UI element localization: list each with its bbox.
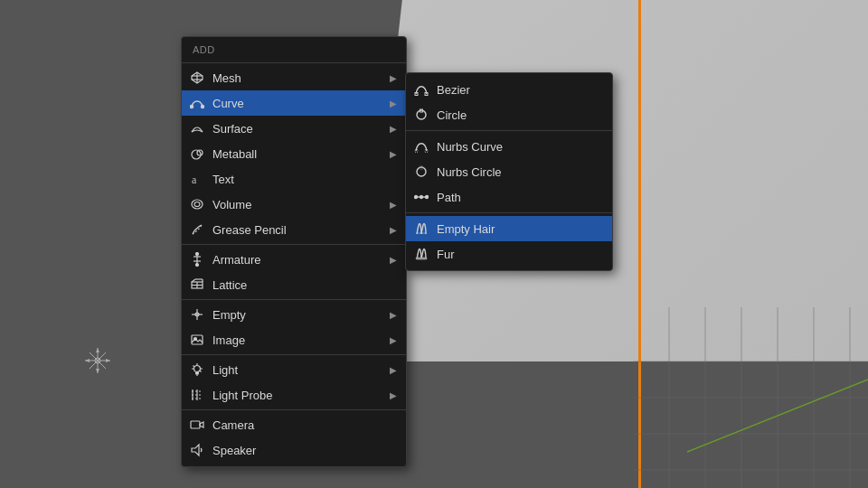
- lattice-icon: [189, 277, 205, 293]
- submenu-item-nurbs-circle-label: Nurbs Circle: [437, 165, 603, 179]
- menu-item-mesh-label: Mesh: [212, 71, 382, 85]
- svg-point-30: [194, 202, 200, 207]
- surface-arrow: ▶: [390, 124, 397, 134]
- submenu-item-fur-label: Fur: [437, 248, 603, 261]
- menu-item-text-label: Text: [212, 173, 397, 186]
- menu-item-lattice[interactable]: Lattice: [182, 272, 406, 297]
- light-arrow: ▶: [390, 365, 397, 375]
- armature-icon: [189, 251, 205, 267]
- menu-item-text[interactable]: a Text: [182, 166, 406, 192]
- submenu-item-nurbs-circle[interactable]: Nurbs Circle: [406, 159, 612, 184]
- light-probe-arrow: ▶: [390, 390, 397, 400]
- empty-icon: [189, 306, 205, 323]
- menu-item-camera[interactable]: Camera: [182, 412, 406, 437]
- menu-item-curve-label: Curve: [212, 97, 382, 110]
- surface-icon: [189, 120, 205, 136]
- menu-item-mesh[interactable]: Mesh ▶: [182, 65, 406, 90]
- circle-icon: [413, 107, 429, 123]
- nurbs-circle-icon: [413, 164, 429, 180]
- grid-area: [633, 307, 868, 488]
- speaker-icon: [189, 442, 205, 458]
- menu-item-metaball[interactable]: Metaball ▶: [182, 141, 406, 166]
- menu-item-armature[interactable]: Armature ▶: [182, 247, 406, 272]
- light-icon: [189, 361, 205, 378]
- menu-item-armature-label: Armature: [212, 253, 382, 267]
- menu-item-grease-pencil-label: Grease Pencil: [212, 223, 382, 237]
- menu-item-grease-pencil[interactable]: Grease Pencil ▶: [182, 217, 406, 242]
- svg-point-25: [202, 106, 204, 108]
- menu-item-curve[interactable]: Curve ▶: [182, 90, 406, 116]
- path-icon: [413, 189, 429, 205]
- menu-item-light-probe-label: Light Probe: [212, 389, 382, 402]
- svg-point-72: [415, 196, 418, 199]
- armature-arrow: ▶: [390, 255, 397, 265]
- menu-item-surface-label: Surface: [212, 122, 382, 136]
- svg-rect-75: [416, 232, 427, 234]
- svg-point-29: [192, 200, 203, 209]
- image-arrow: ▶: [390, 335, 397, 345]
- menu-item-metaball-label: Metaball: [212, 147, 382, 161]
- mesh-arrow: ▶: [390, 73, 397, 83]
- curve-arrow: ▶: [390, 99, 397, 108]
- menu-item-light-probe[interactable]: Light Probe ▶: [182, 382, 406, 408]
- mesh-icon: [189, 70, 205, 86]
- menu-item-light-label: Light: [212, 363, 382, 377]
- svg-line-54: [200, 371, 201, 371]
- menu-item-speaker-label: Speaker: [212, 444, 397, 457]
- svg-marker-63: [192, 445, 199, 455]
- empty-hair-icon: [413, 221, 429, 237]
- svg-marker-18: [85, 359, 90, 362]
- volume-arrow: ▶: [390, 200, 397, 210]
- submenu-item-nurbs-curve[interactable]: Nurbs Curve: [406, 134, 612, 159]
- camera-icon: [189, 417, 205, 433]
- svg-point-48: [194, 366, 201, 372]
- svg-point-26: [192, 150, 201, 159]
- menu-title: Add: [182, 41, 406, 61]
- menu-item-camera-label: Camera: [212, 418, 397, 432]
- menu-item-empty[interactable]: Empty ▶: [182, 302, 406, 327]
- submenu-item-bezier[interactable]: Bezier: [406, 77, 612, 102]
- image-icon: [189, 332, 205, 348]
- menu-item-lattice-label: Lattice: [212, 278, 397, 292]
- add-menu: Add Mesh ▶ Curve ▶: [181, 36, 407, 467]
- svg-rect-76: [416, 258, 427, 259]
- submenu-item-circle[interactable]: Circle: [406, 102, 612, 127]
- submenu-sep-2: [406, 212, 612, 213]
- submenu-item-circle-label: Circle: [437, 108, 603, 122]
- metaball-icon: [189, 145, 205, 162]
- menu-item-surface[interactable]: Surface ▶: [182, 116, 406, 141]
- fur-icon: [413, 246, 429, 262]
- separator-2: [182, 299, 406, 300]
- submenu-sep-1: [406, 130, 612, 131]
- svg-marker-17: [96, 369, 99, 373]
- svg-rect-61: [191, 421, 200, 428]
- submenu-item-path-label: Path: [437, 191, 603, 204]
- separator-3: [182, 354, 406, 355]
- svg-point-35: [196, 264, 199, 267]
- svg-text:a: a: [192, 174, 197, 186]
- svg-marker-19: [106, 359, 110, 362]
- curve-submenu: Bezier Circle Nurbs Curve: [405, 72, 613, 271]
- grease-pencil-arrow: ▶: [390, 225, 397, 235]
- curve-icon: [189, 95, 205, 111]
- metaball-arrow: ▶: [390, 149, 397, 159]
- menu-item-empty-label: Empty: [212, 308, 382, 322]
- menu-item-image[interactable]: Image ▶: [182, 327, 406, 352]
- menu-item-volume[interactable]: Volume ▶: [182, 192, 406, 217]
- menu-item-light[interactable]: Light ▶: [182, 357, 406, 382]
- bezier-icon: [413, 81, 429, 98]
- grease-pencil-icon: [189, 221, 205, 238]
- submenu-item-fur[interactable]: Fur: [406, 241, 612, 267]
- menu-item-volume-label: Volume: [212, 198, 382, 211]
- submenu-item-empty-hair[interactable]: Empty Hair: [406, 216, 612, 241]
- nurbs-curve-icon: [413, 138, 429, 155]
- svg-point-73: [420, 196, 423, 199]
- menu-item-speaker[interactable]: Speaker: [182, 437, 406, 463]
- menu-separator-top: [182, 62, 406, 63]
- submenu-item-path[interactable]: Path: [406, 184, 612, 210]
- submenu-item-nurbs-curve-label: Nurbs Curve: [437, 140, 603, 154]
- submenu-item-bezier-label: Bezier: [437, 83, 603, 97]
- volume-icon: [189, 196, 205, 212]
- svg-point-70: [417, 167, 426, 176]
- text-icon: a: [189, 171, 205, 187]
